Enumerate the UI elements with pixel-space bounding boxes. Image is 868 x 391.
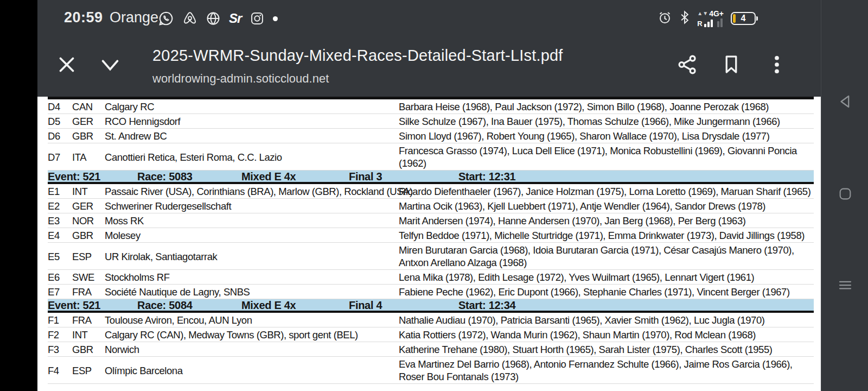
battery-percent-label: 4: [741, 14, 746, 23]
crew-names-label: Telfyn Beddoe (1971), Michelle Sturtridg…: [399, 229, 814, 242]
lane-label: F2: [48, 329, 72, 341]
signal-bars-sim2-icon: [717, 18, 723, 27]
status-bar: 20:59 Orange: [37, 0, 821, 36]
kebab-menu-icon: [765, 70, 788, 78]
close-button[interactable]: [54, 52, 79, 79]
sr-app-icon: Sr: [229, 11, 241, 26]
notification-overflow-dot: [273, 16, 278, 21]
entry-row: E1INTPassaic River (USA), Corinthians (B…: [48, 184, 814, 199]
whatsapp-icon: [158, 10, 174, 27]
battery-indicator: 4: [731, 12, 756, 25]
club-label: Toulouse Aviron, Encou, AUN Lyon: [105, 314, 399, 326]
entry-row: F4ESPOlímpic BarcelonaEva Martinez Del B…: [48, 357, 814, 384]
club-label: Calgary RC (CAN), Medway Towns (GBR), sp…: [105, 329, 399, 341]
entry-row: E4GBRMoleseyTelfyn Beddoe (1971), Michel…: [48, 228, 814, 243]
country-code-label: GER: [72, 200, 105, 212]
final-label: Final 3: [349, 171, 382, 183]
close-icon: [54, 71, 79, 79]
start-time-label: Start: 12:31: [458, 171, 515, 183]
crew-names-label: Ricardo Diefenthaeler (1967), Janice Hol…: [399, 185, 814, 198]
home-square-icon: [838, 186, 853, 203]
top-chrome: 20:59 Orange: [37, 0, 821, 97]
entry-row: E5ESPUR Kirolak, SantiagotarrakMiren Bur…: [48, 243, 814, 270]
country-code-label: ESP: [72, 250, 105, 263]
alarm-icon: [658, 10, 672, 27]
phone-screen: 20:59 Orange: [0, 0, 868, 391]
instagram-icon: [250, 11, 265, 26]
club-label: UR Kirolak, Santiagotarrak: [105, 250, 399, 263]
lane-label: E1: [48, 185, 72, 198]
country-code-label: CAN: [72, 100, 105, 113]
crew-names-label: Lena Mika (1978), Edith Lesage (1972), Y…: [399, 271, 814, 283]
country-code-label: ITA: [72, 151, 105, 163]
document-source: worldrowing-admin.soticcloud.net: [152, 72, 329, 86]
lane-label: E5: [48, 250, 72, 263]
back-triangle-icon: [837, 93, 853, 111]
nav-back-button[interactable]: [821, 86, 868, 118]
country-code-label: GBR: [72, 229, 105, 242]
entry-row: E6SWEStockholms RFLena Mika (1978), Edit…: [48, 270, 814, 285]
pdf-page[interactable]: D4CANCalgary RCBarbara Heise (1968), Pau…: [37, 97, 821, 391]
crew-names-label: Martina Ocik (1963), Kjell Luebbert (197…: [399, 200, 814, 212]
event-header-row: Event: 521Race: 5083Mixed E 4xFinal 3Sta…: [48, 171, 814, 184]
country-code-label: GER: [72, 115, 105, 128]
entry-row: D4CANCalgary RCBarbara Heise (1968), Pau…: [48, 99, 814, 114]
share-button[interactable]: [676, 53, 699, 78]
crew-names-label: Simon Lloyd (1967), Robert Young (1965),…: [399, 130, 814, 142]
country-code-label: FRA: [72, 286, 105, 298]
club-label: Molesey: [105, 229, 399, 242]
bookmark-button[interactable]: [720, 53, 743, 78]
lane-label: F3: [48, 343, 72, 356]
event-header-row: Event: 521Race: 5084Mixed E 4xFinal 4Sta…: [48, 299, 814, 313]
pdf-viewer-header: 2025-WRMR-Sunday-Mixed-Races-Detailed-St…: [37, 36, 821, 97]
clock: 20:59: [64, 9, 103, 26]
club-label: Schweriner Rudergesellschaft: [105, 200, 399, 212]
crew-names-label: Silke Schulze (1967), Ina Bauer (1975), …: [399, 115, 814, 128]
crew-names-label: Marit Andersen (1974), Hanne Andersen (1…: [399, 215, 814, 227]
club-label: Stockholms RF: [105, 271, 399, 283]
boat-class-label: Mixed E 4x: [241, 171, 296, 183]
entry-row: F1FRAToulouse Aviron, Encou, AUN LyonNat…: [48, 313, 814, 327]
lane-label: E3: [48, 215, 72, 227]
lane-label: E4: [48, 229, 72, 242]
cell-signal-indicator: ▲▼ 4G+ R: [697, 10, 724, 27]
lane-label: D4: [48, 100, 72, 113]
crew-names-label: Barbara Heise (1968), Paul Jackson (1972…: [399, 100, 814, 113]
nav-recents-button[interactable]: [821, 269, 868, 302]
country-code-label: ESP: [72, 364, 105, 377]
club-label: St. Andrew BC: [105, 130, 399, 142]
club-label: Olímpic Barcelona: [105, 364, 399, 377]
overflow-menu-button[interactable]: [765, 53, 788, 78]
lane-label: D5: [48, 115, 72, 128]
entry-row: E2GERSchweriner RudergesellschaftMartina…: [48, 199, 814, 213]
signal-bars-icon: [704, 20, 713, 27]
lane-label: F4: [48, 364, 72, 377]
crew-names-label: Eva Martinez Del Barrio (1968), Antonio …: [399, 358, 814, 383]
race-number-label: Race: 5083: [137, 171, 193, 183]
roaming-label: R: [697, 20, 702, 27]
country-code-label: SWE: [72, 271, 105, 283]
lane-label: D7: [48, 151, 72, 163]
airbnb-icon: [182, 11, 197, 26]
globe-icon: [206, 11, 221, 26]
crew-names-label: Miren Burutaran Garcia (1968), Idoia Bur…: [399, 244, 814, 269]
bluetooth-icon: [679, 10, 690, 27]
lane-label: E6: [48, 271, 72, 283]
club-label: Moss RK: [105, 215, 399, 227]
entry-row: F3GBRNorwichKatherine Trehane (1980), St…: [48, 342, 814, 357]
event-number-label: Event: 521: [48, 171, 100, 183]
club-label: Calgary RC: [105, 100, 399, 113]
boat-class-label: Mixed E 4x: [241, 299, 296, 312]
nav-home-button[interactable]: [821, 178, 868, 211]
bookmark-icon: [720, 70, 743, 78]
country-code-label: INT: [72, 185, 105, 198]
entry-row: D6GBRSt. Andrew BCSimon Lloyd (1967), Ro…: [48, 129, 814, 143]
recents-lines-icon: [837, 277, 854, 295]
android-nav-bar: [821, 0, 868, 391]
entry-row: D5GERRCO HennigsdorfSilke Schulze (1967)…: [48, 114, 814, 129]
collapse-button[interactable]: [98, 54, 123, 78]
crew-names-label: Nathalie Audiau (1970), Patricia Barsant…: [399, 314, 814, 326]
lane-label: D6: [48, 130, 72, 142]
document-title: 2025-WRMR-Sunday-Mixed-Races-Detailed-St…: [152, 47, 563, 65]
final-label: Final 4: [349, 299, 382, 312]
